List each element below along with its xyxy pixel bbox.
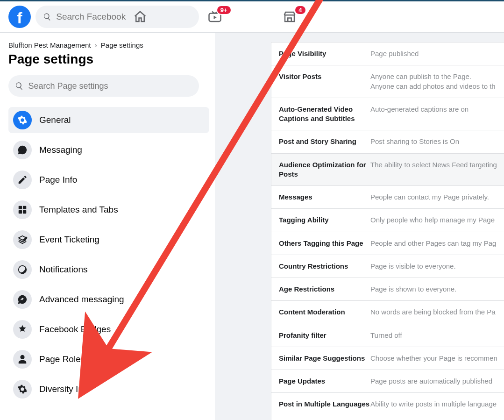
settings-key: Similar Page Suggestions bbox=[279, 354, 370, 363]
marketplace-badge: 4 bbox=[294, 5, 306, 15]
sidebar-item-label: Messaging bbox=[39, 145, 82, 155]
event-ticketing-icon bbox=[13, 230, 32, 249]
sidebar-item-label: General bbox=[39, 115, 71, 125]
sidebar-item-notifications[interactable]: Notifications bbox=[8, 256, 209, 283]
diversity-info-icon bbox=[13, 380, 32, 399]
settings-value: Post sharing to Stories is On bbox=[370, 137, 504, 146]
breadcrumb: Bluffton Pest Management › Page settings bbox=[8, 41, 210, 49]
settings-row[interactable]: Country RestrictionsPage is visible to e… bbox=[271, 255, 504, 278]
sidebar-item-label: Event Ticketing bbox=[39, 235, 99, 245]
settings-value: Auto-generated captions are on bbox=[370, 105, 504, 124]
settings-row[interactable]: Similar Page SuggestionsChoose whether y… bbox=[271, 347, 504, 370]
settings-row[interactable]: Content ModerationNo words are being blo… bbox=[271, 300, 504, 323]
settings-row[interactable]: Audience Optimization for PostsThe abili… bbox=[271, 153, 504, 186]
settings-row[interactable]: Post and Story SharingPost sharing to St… bbox=[271, 130, 504, 153]
settings-search[interactable] bbox=[8, 75, 199, 97]
sidebar-item-page-info[interactable]: Page Info bbox=[8, 167, 209, 193]
breadcrumb-separator: › bbox=[95, 41, 97, 49]
settings-row[interactable]: Page VisibilityPage published bbox=[271, 42, 504, 65]
nav-marketplace[interactable]: 4 bbox=[280, 10, 299, 24]
sidebar-item-templates-tabs[interactable]: Templates and Tabs bbox=[8, 197, 209, 223]
settings-key: Post in Multiple Languages bbox=[279, 399, 370, 409]
settings-key: Page Updates bbox=[279, 377, 370, 386]
sidebar-item-advanced-messaging[interactable]: Advanced messaging bbox=[8, 286, 209, 313]
sidebar-item-label: Templates and Tabs bbox=[39, 205, 118, 215]
sidebar-item-label: Diversity Info bbox=[39, 384, 91, 394]
settings-key: Auto-Generated Video Captions and Subtit… bbox=[279, 105, 370, 124]
sidebar-menu: GeneralMessagingPage InfoTemplates and T… bbox=[8, 107, 210, 402]
settings-value: The ability to select News Feed targetin… bbox=[370, 160, 504, 179]
notifications-icon bbox=[13, 260, 32, 279]
settings-value: People can contact my Page privately. bbox=[370, 192, 504, 202]
settings-row[interactable]: Profanity filterTurned off bbox=[271, 324, 504, 347]
nav-extra bbox=[353, 10, 372, 24]
sidebar-item-label: Advanced messaging bbox=[39, 294, 124, 305]
settings-value: Ability to write posts in multiple langu… bbox=[370, 399, 504, 409]
home-icon bbox=[133, 10, 147, 24]
settings-row[interactable]: Post in Multiple LanguagesAbility to wri… bbox=[271, 392, 504, 415]
settings-key: Content Moderation bbox=[279, 307, 370, 317]
watch-badge: 9+ bbox=[216, 5, 232, 15]
settings-row[interactable]: Others Tagging this PagePeople and other… bbox=[271, 232, 504, 255]
page-roles-icon bbox=[13, 350, 32, 369]
sidebar-item-facebook-badges[interactable]: Facebook Badges bbox=[8, 316, 209, 342]
settings-row[interactable]: Tagging AbilityOnly people who help mana… bbox=[271, 208, 504, 231]
top-bar: f 9+ 4 bbox=[0, 0, 504, 33]
settings-key: Audience Optimization for Posts bbox=[279, 160, 370, 179]
sidebar-item-label: Notifications bbox=[39, 264, 88, 275]
sidebar-item-messaging[interactable]: Messaging bbox=[8, 137, 209, 163]
settings-value: Page posts are automatically published bbox=[370, 377, 504, 386]
nav-watch[interactable]: 9+ bbox=[206, 10, 224, 24]
settings-row[interactable]: Page UpdatesPage posts are automatically… bbox=[271, 370, 504, 392]
page-info-icon bbox=[13, 171, 32, 189]
messaging-icon bbox=[13, 141, 32, 159]
global-search[interactable] bbox=[35, 6, 199, 28]
settings-key: Profanity filter bbox=[279, 331, 370, 340]
settings-value: People and other Pages can tag my Pag bbox=[370, 239, 504, 248]
sidebar-item-label: Facebook Badges bbox=[39, 324, 111, 335]
settings-key: Post and Story Sharing bbox=[279, 137, 370, 146]
settings-value: No words are being blocked from the Pa bbox=[370, 307, 504, 317]
settings-row[interactable]: Auto-Generated Video Captions and Subtit… bbox=[271, 98, 504, 130]
settings-key: Page Visibility bbox=[279, 49, 370, 58]
settings-row[interactable]: Translate AutomaticallyYour posts may sh… bbox=[271, 416, 504, 420]
search-icon bbox=[43, 12, 51, 21]
nav-home[interactable] bbox=[131, 10, 149, 24]
settings-value: Only people who help manage my Page bbox=[370, 215, 504, 225]
svg-rect-6 bbox=[19, 210, 22, 214]
svg-rect-7 bbox=[23, 210, 26, 214]
svg-point-2 bbox=[22, 149, 23, 150]
svg-rect-5 bbox=[23, 206, 26, 209]
settings-table: Page VisibilityPage publishedVisitor Pos… bbox=[271, 42, 504, 420]
settings-key: Messages bbox=[279, 192, 370, 202]
settings-row[interactable]: MessagesPeople can contact my Page priva… bbox=[271, 185, 504, 208]
templates-tabs-icon bbox=[13, 200, 32, 219]
facebook-logo[interactable]: f bbox=[8, 6, 31, 28]
facebook-badges-icon bbox=[13, 320, 32, 339]
page-title: Page settings bbox=[8, 52, 210, 67]
settings-key: Age Restrictions bbox=[279, 285, 370, 294]
sidebar-item-page-roles[interactable]: Page Roles bbox=[8, 346, 209, 372]
sidebar-item-label: Page Info bbox=[39, 175, 77, 185]
settings-key: Tagging Ability bbox=[279, 215, 370, 225]
sidebar-item-event-ticketing[interactable]: Event Ticketing bbox=[8, 227, 209, 253]
settings-row[interactable]: Age RestrictionsPage is shown to everyon… bbox=[271, 278, 504, 300]
breadcrumb-current: Page settings bbox=[101, 41, 143, 49]
settings-value: Page is visible to everyone. bbox=[370, 262, 504, 271]
settings-value: Turned off bbox=[370, 331, 504, 340]
settings-row[interactable]: Visitor PostsAnyone can publish to the P… bbox=[271, 65, 504, 98]
svg-point-3 bbox=[23, 149, 24, 150]
settings-value: Anyone can publish to the Page. Anyone c… bbox=[370, 72, 504, 91]
settings-value: Page is shown to everyone. bbox=[370, 285, 504, 294]
sidebar-item-diversity-info[interactable]: Diversity Info bbox=[8, 376, 209, 402]
svg-point-1 bbox=[20, 149, 21, 150]
settings-value: Page published bbox=[370, 49, 504, 58]
settings-key: Others Tagging this Page bbox=[279, 239, 370, 248]
global-search-input[interactable] bbox=[56, 12, 192, 22]
general-icon bbox=[13, 111, 32, 129]
advanced-messaging-icon bbox=[13, 290, 32, 309]
sidebar-item-general[interactable]: General bbox=[8, 107, 209, 133]
settings-search-input[interactable] bbox=[28, 81, 193, 91]
sidebar: Bluffton Pest Management › Page settings… bbox=[0, 33, 215, 420]
breadcrumb-page[interactable]: Bluffton Pest Management bbox=[8, 41, 91, 49]
